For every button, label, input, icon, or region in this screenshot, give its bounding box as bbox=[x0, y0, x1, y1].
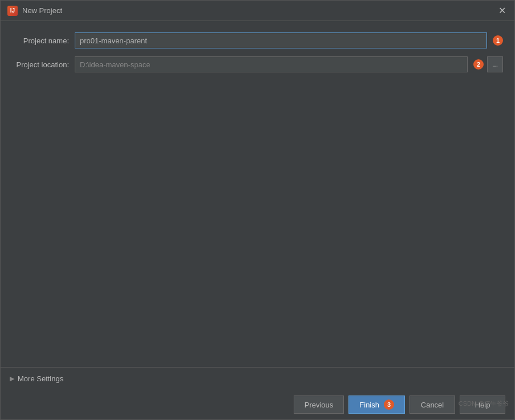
dialog-title: New Project bbox=[22, 6, 62, 15]
new-project-dialog: IJ New Project ✕ Project name: 1 Project… bbox=[0, 0, 515, 420]
footer: Previous Finish 3 Cancel Help bbox=[1, 390, 514, 419]
title-bar: IJ New Project ✕ bbox=[1, 1, 514, 21]
project-location-input-wrapper: 2 ... bbox=[75, 56, 503, 72]
project-name-input[interactable] bbox=[75, 32, 487, 48]
browse-button[interactable]: ... bbox=[487, 56, 503, 72]
project-location-input[interactable] bbox=[75, 56, 468, 72]
app-icon: IJ bbox=[7, 6, 18, 16]
finish-button[interactable]: Finish 3 bbox=[348, 395, 405, 414]
bottom-section: ▶ More Settings bbox=[1, 367, 514, 390]
finish-label: Finish bbox=[359, 401, 379, 409]
more-settings-label: More Settings bbox=[18, 374, 63, 383]
title-bar-left: IJ New Project bbox=[7, 6, 62, 16]
watermark: CSDN @IT牛爷爷 bbox=[459, 399, 509, 408]
badge-1: 1 bbox=[493, 35, 503, 46]
project-name-row: Project name: 1 bbox=[12, 32, 503, 48]
chevron-right-icon: ▶ bbox=[10, 375, 14, 382]
project-name-label: Project name: bbox=[12, 36, 75, 45]
badge-2: 2 bbox=[473, 59, 484, 70]
content-area: Project name: 1 Project location: 2 ... bbox=[1, 21, 514, 203]
project-location-label: Project location: bbox=[12, 60, 75, 69]
project-location-row: Project location: 2 ... bbox=[12, 56, 503, 72]
more-settings-toggle[interactable]: ▶ More Settings bbox=[10, 372, 505, 385]
cancel-button[interactable]: Cancel bbox=[409, 395, 455, 414]
finish-badge: 3 bbox=[384, 399, 394, 410]
project-name-input-wrapper: 1 bbox=[75, 32, 503, 48]
close-button[interactable]: ✕ bbox=[496, 5, 508, 17]
previous-button[interactable]: Previous bbox=[294, 395, 344, 414]
